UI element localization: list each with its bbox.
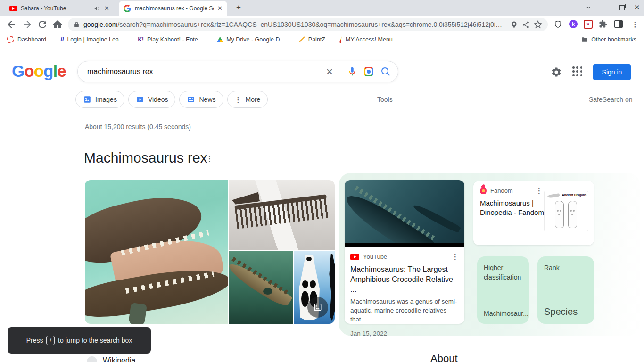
chip-label: Images (95, 96, 117, 103)
tab-title: machimosaurus rex - Google Sea (135, 5, 214, 12)
kebab-glyph: ⋮ (632, 21, 639, 28)
toast-text-after: to jump to the search box (58, 337, 132, 344)
bookmark-label: Login | Imagine Lea... (67, 36, 124, 43)
lock-icon (74, 22, 80, 28)
address-bar[interactable]: google.com/search?q=machimosaurus+rex&rl… (68, 18, 548, 31)
settings-gear-icon[interactable] (551, 66, 562, 78)
tab-audio-icon[interactable] (94, 5, 100, 12)
video-thumbnail[interactable] (345, 180, 464, 247)
fandom-result-card[interactable]: Fandom ⋮ Machimosaurus | Dinopedia - Fan… (473, 181, 594, 245)
restore-icon (619, 5, 625, 10)
bookmark-my-access[interactable]: MY Access! Menu (339, 36, 393, 43)
source-name: Fandom (490, 187, 541, 194)
bookmark-star-icon[interactable] (534, 20, 542, 29)
youtube-result-card[interactable]: YouTube ⋮ Machimosaurus: The Largest Amp… (345, 180, 464, 324)
tab-close-icon[interactable]: ✕ (104, 5, 109, 11)
paintz-icon (299, 36, 305, 42)
images-icon (83, 95, 91, 104)
browser-toolbar: google.com/search?q=machimosaurus+rex&rl… (0, 16, 644, 33)
collage-image-crocodile-closeup[interactable] (85, 180, 228, 324)
share-icon[interactable] (522, 21, 530, 29)
news-icon (187, 95, 195, 104)
tab-more[interactable]: ⋮ More (227, 91, 268, 108)
bookmark-paintz[interactable]: PaintZ (299, 36, 325, 43)
google-logo[interactable]: Google (12, 62, 66, 81)
tab-news[interactable]: News (179, 91, 223, 108)
imagine-learning-icon: il (60, 36, 64, 43)
fandom-thumbnail[interactable]: Ancient Dragons (544, 191, 588, 231)
extension-kami-icon[interactable]: k (569, 19, 578, 29)
fact-card-rank[interactable]: Rank Species (537, 256, 594, 324)
thumbnail-caption: Ancient Dragons (562, 193, 586, 197)
browser-window: Sahara - YouTube ✕ machimosaurus rex - G… (0, 0, 644, 362)
wikipedia-favicon (87, 356, 97, 362)
url-host: google.com (83, 21, 117, 28)
bookmark-kahoot[interactable]: K!Play Kahoot! - Ente... (138, 36, 203, 43)
card-menu-icon[interactable]: ⋮ (536, 187, 543, 194)
tab-google-search[interactable]: machimosaurus rex - Google Sea ✕ (119, 1, 227, 16)
folder-icon (581, 37, 588, 42)
google-apps-icon[interactable] (572, 66, 583, 77)
title-menu-icon[interactable]: ⋮ (206, 155, 213, 162)
browser-menu-icon[interactable]: ⋮ (630, 19, 640, 29)
search-by-image-icon[interactable] (364, 67, 373, 76)
fandom-title[interactable]: Machimosaurus | Dinopedia - Fandom (480, 198, 546, 218)
tools-button[interactable]: Tools (377, 96, 393, 103)
bookmark-google-drive[interactable]: My Drive - Google D... (217, 36, 285, 43)
wikipedia-source-label[interactable]: Wikipedia (103, 356, 135, 362)
fact-value[interactable]: Machimosaur... (484, 310, 522, 317)
back-button[interactable] (6, 19, 17, 30)
extensions-puzzle-icon[interactable] (598, 19, 608, 29)
video-title[interactable]: Machimosaurus: The Largest Amphibious Cr… (350, 265, 459, 294)
new-tab-button[interactable]: + (234, 3, 243, 12)
search-query-text[interactable]: machimosaurus rex (87, 67, 319, 76)
tab-sahara-youtube[interactable]: Sahara - YouTube ✕ (5, 1, 114, 16)
fandom-flame-icon (480, 187, 487, 194)
window-minimize-button[interactable]: — (602, 4, 610, 11)
home-button[interactable] (52, 19, 63, 30)
extension-shield-icon[interactable] (553, 19, 562, 29)
tab-close-icon[interactable]: ✕ (217, 5, 223, 11)
adblock-glyph: » (584, 20, 593, 29)
tab-search-chevron-icon[interactable] (585, 4, 592, 11)
more-images-badge[interactable] (307, 297, 328, 318)
my-access-icon (339, 36, 343, 43)
tab-title: Sahara - YouTube (21, 5, 90, 12)
image-icon (314, 303, 322, 312)
extension-adblock-icon[interactable]: » (583, 19, 593, 29)
bookmark-imagine-learning[interactable]: ilLogin | Imagine Lea... (60, 36, 124, 43)
card-menu-icon[interactable]: ⋮ (452, 253, 459, 260)
collage-image-fossil-skeleton[interactable] (229, 180, 335, 250)
fact-card-higher-classification[interactable]: Higher classification Machimosaur... (477, 256, 529, 324)
reload-button[interactable] (37, 19, 48, 30)
google-favicon-icon (124, 5, 131, 12)
voice-search-icon[interactable] (347, 66, 357, 77)
url-text: google.com/search?q=machimosaurus+rex&rl… (83, 21, 506, 28)
page-title: Machimosaurus rex (84, 150, 207, 166)
search-box[interactable]: machimosaurus rex ✕ (77, 61, 398, 82)
bookmark-label: Dashboard (17, 36, 46, 43)
tab-videos[interactable]: Videos (128, 91, 176, 108)
search-icon[interactable] (380, 66, 391, 77)
video-date: Jan 15, 2022 (350, 330, 459, 337)
kami-glyph: k (569, 20, 578, 28)
youtube-logo-icon (350, 254, 359, 260)
bookmark-dashboard[interactable]: Dashboard (7, 36, 46, 43)
collage-image-underwater-scene[interactable] (229, 251, 293, 324)
youtube-favicon-icon (9, 6, 17, 11)
other-bookmarks-button[interactable]: Other bookmarks (581, 33, 636, 46)
search-divider (340, 66, 340, 78)
location-pin-icon[interactable] (510, 21, 518, 29)
clear-search-icon[interactable]: ✕ (326, 67, 333, 76)
sign-in-button[interactable]: Sign in (593, 64, 631, 80)
url-path: /search?q=machimosaurus+rex&rlz=1CAAQCS_… (117, 21, 502, 28)
other-bookmarks-label: Other bookmarks (591, 36, 636, 43)
safesearch-status[interactable]: SafeSearch on (589, 96, 633, 103)
forward-button[interactable] (22, 19, 33, 30)
tab-images[interactable]: Images (75, 91, 124, 108)
window-close-button[interactable]: ✕ (633, 4, 641, 11)
side-panel-icon[interactable] (614, 19, 623, 29)
window-restore-button[interactable] (618, 4, 626, 11)
chip-label: More (246, 96, 261, 103)
kahoot-icon: K! (138, 36, 144, 43)
